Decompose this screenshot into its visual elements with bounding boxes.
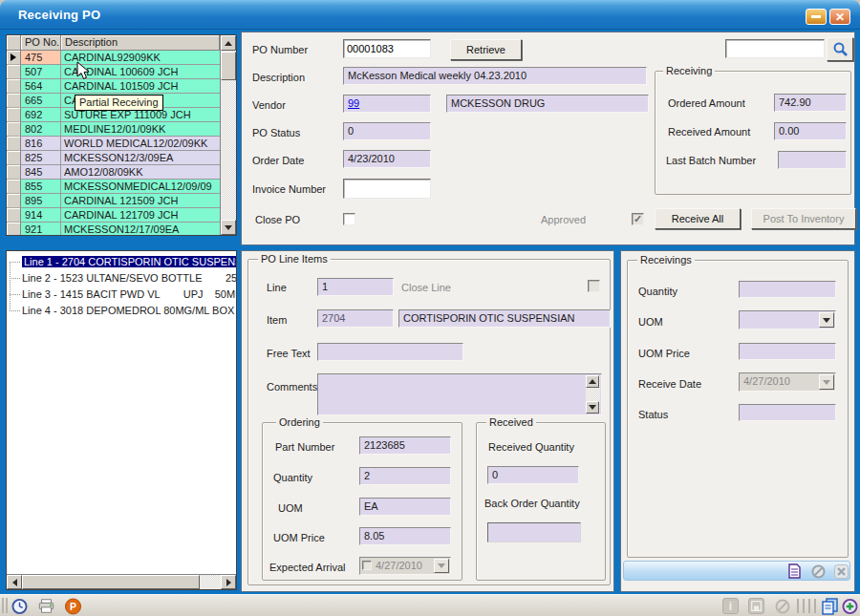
vendor-code-field[interactable]: 99 xyxy=(343,95,431,113)
uom-price-field[interactable]: 8.05 xyxy=(359,527,451,545)
row-selector[interactable] xyxy=(7,65,21,79)
copy-icon[interactable] xyxy=(820,598,839,614)
retrieve-button[interactable]: Retrieve xyxy=(450,39,522,60)
post-to-inventory-button[interactable]: Post To Inventory xyxy=(751,208,856,229)
po-no-cell[interactable]: 692 xyxy=(21,108,61,122)
po-no-cell[interactable]: 921 xyxy=(21,223,61,236)
tree-item[interactable]: Line 1 - 2704 CORTISPORIN OTIC SUSPENSIA… xyxy=(7,254,236,270)
add-icon[interactable] xyxy=(842,598,858,614)
description-cell[interactable]: MCKESSON12/17/09EA xyxy=(61,223,222,236)
po-no-cell[interactable]: 665 xyxy=(21,94,61,108)
description-cell[interactable]: CARDINAL 121709 JCH xyxy=(61,208,222,223)
scroll-down-button[interactable] xyxy=(586,401,599,414)
item-code-field[interactable]: 2704 xyxy=(317,309,394,328)
tree-horizontal-scrollbar[interactable] xyxy=(7,574,236,589)
table-row[interactable]: 825MCKESSON12/3/09EA xyxy=(7,151,236,165)
p-app-icon[interactable]: P xyxy=(65,598,81,614)
po-no-cell[interactable]: 825 xyxy=(21,151,61,165)
vendor-code-link[interactable]: 99 xyxy=(348,97,359,109)
row-selector[interactable] xyxy=(7,165,21,180)
scrollbar-thumb[interactable] xyxy=(221,52,236,80)
po-no-cell[interactable]: 475 xyxy=(21,51,61,65)
table-row[interactable]: 921MCKESSON12/17/09EA xyxy=(7,223,236,236)
po-no-cell[interactable]: 816 xyxy=(21,137,61,151)
description-cell[interactable]: AMO12/08/09KK xyxy=(61,165,222,180)
description-cell[interactable]: CARDINAL 121509 JCH xyxy=(61,194,222,208)
row-selector[interactable] xyxy=(7,223,21,236)
vendor-name-field[interactable]: MCKESSON DRUG xyxy=(446,95,649,113)
quantity-field[interactable]: 2 xyxy=(359,467,451,485)
printer-icon[interactable] xyxy=(38,598,54,614)
part-number-field[interactable]: 2123685 xyxy=(359,436,451,455)
po-no-cell[interactable]: 895 xyxy=(21,194,61,208)
table-row[interactable]: 845AMO12/08/09KK xyxy=(7,165,236,180)
table-row[interactable]: 855MCKESSONMEDICAL12/09/09 xyxy=(7,180,236,194)
table-row[interactable]: 507CARDINAL 100609 JCH xyxy=(7,65,236,79)
table-row[interactable]: 802MEDLINE12/01/09KK xyxy=(7,122,236,137)
po-no-cell[interactable]: 802 xyxy=(21,122,61,137)
search-button[interactable] xyxy=(827,37,853,61)
scroll-up-button[interactable] xyxy=(221,35,236,51)
row-selector[interactable] xyxy=(7,79,21,94)
tree-item[interactable]: Line 3 - 1415 BACIT PWD VL UPJ 50MU xyxy=(7,287,236,303)
rcv-quantity-field[interactable] xyxy=(739,281,836,298)
received-quantity-field[interactable]: 0 xyxy=(487,466,579,484)
scrollbar-thumb[interactable] xyxy=(22,575,200,589)
row-selector[interactable] xyxy=(7,194,21,208)
invoice-number-input[interactable] xyxy=(343,179,431,199)
ordered-amount-field[interactable]: 742.90 xyxy=(774,94,847,112)
tree-item[interactable]: Line 4 - 3018 DEPOMEDROL 80MG/ML BOX xyxy=(7,303,236,319)
back-order-quantity-field[interactable] xyxy=(487,522,581,542)
grid-vertical-scrollbar[interactable] xyxy=(220,35,236,235)
scroll-down-button[interactable] xyxy=(221,220,236,235)
order-date-field[interactable]: 4/23/2010 xyxy=(343,150,431,168)
row-selector[interactable] xyxy=(7,94,21,108)
po-number-input[interactable] xyxy=(343,39,431,58)
row-selector[interactable] xyxy=(7,108,21,122)
uom-field[interactable]: EA xyxy=(359,498,451,516)
free-text-field[interactable] xyxy=(317,343,463,361)
po-no-cell[interactable]: 855 xyxy=(21,180,61,194)
description-cell[interactable]: WORLD MEDICAL12/02/09KK xyxy=(61,137,222,151)
search-input[interactable] xyxy=(725,39,825,58)
description-column-header[interactable]: Description xyxy=(61,35,220,51)
table-row[interactable]: 475CARDINAL92909KK xyxy=(7,51,236,65)
po-no-cell[interactable]: 507 xyxy=(21,65,61,79)
dropdown-button[interactable] xyxy=(819,312,834,328)
po-no-column-header[interactable]: PO No. xyxy=(21,35,61,51)
clock-icon[interactable] xyxy=(11,598,28,614)
row-selector[interactable] xyxy=(7,51,21,65)
rcv-uom-price-field[interactable] xyxy=(739,343,836,360)
table-row[interactable]: 895CARDINAL 121509 JCH xyxy=(7,194,236,208)
document-icon[interactable] xyxy=(786,563,802,579)
table-row[interactable]: 564CARDINAL 101509 JCH xyxy=(7,79,236,94)
tree-item[interactable]: Line 2 - 1523 ULTANE/SEVO BOTTLE 250 xyxy=(7,270,236,287)
comments-field[interactable] xyxy=(317,373,602,415)
description-cell[interactable]: MCKESSON12/3/09EA xyxy=(61,151,222,165)
row-selector[interactable] xyxy=(7,137,21,151)
po-no-cell[interactable]: 845 xyxy=(21,165,61,180)
description-cell[interactable]: MEDLINE12/01/09KK xyxy=(61,122,222,137)
close-button[interactable]: ✕ xyxy=(829,9,850,25)
scroll-right-button[interactable] xyxy=(221,575,236,589)
scroll-left-button[interactable] xyxy=(7,575,22,589)
row-selector[interactable] xyxy=(7,208,21,223)
scroll-up-button[interactable] xyxy=(586,375,599,388)
description-field[interactable]: McKesson Medical weekly 04.23.2010 xyxy=(343,67,647,85)
description-cell[interactable]: MCKESSONMEDICAL12/09/09 xyxy=(61,180,222,194)
comments-scrollbar[interactable] xyxy=(586,375,600,414)
item-name-field[interactable]: CORTISPORIN OTIC SUSPENSIAN xyxy=(398,309,611,328)
po-no-cell[interactable]: 564 xyxy=(21,79,61,94)
row-selector[interactable] xyxy=(7,180,21,194)
table-row[interactable]: 914CARDINAL 121709 JCH xyxy=(7,208,236,223)
po-status-field[interactable]: 0 xyxy=(343,122,431,140)
row-selector[interactable] xyxy=(7,151,21,165)
line-field[interactable]: 1 xyxy=(317,278,394,296)
rcv-status-field[interactable] xyxy=(739,404,836,421)
rcv-uom-combo[interactable] xyxy=(739,310,836,329)
table-row[interactable]: 816WORLD MEDICAL12/02/09KK xyxy=(7,137,236,151)
row-selector[interactable] xyxy=(7,122,21,137)
minimize-button[interactable] xyxy=(806,9,827,25)
received-amount-field[interactable]: 0.00 xyxy=(774,122,847,140)
close-po-checkbox[interactable] xyxy=(343,213,355,225)
